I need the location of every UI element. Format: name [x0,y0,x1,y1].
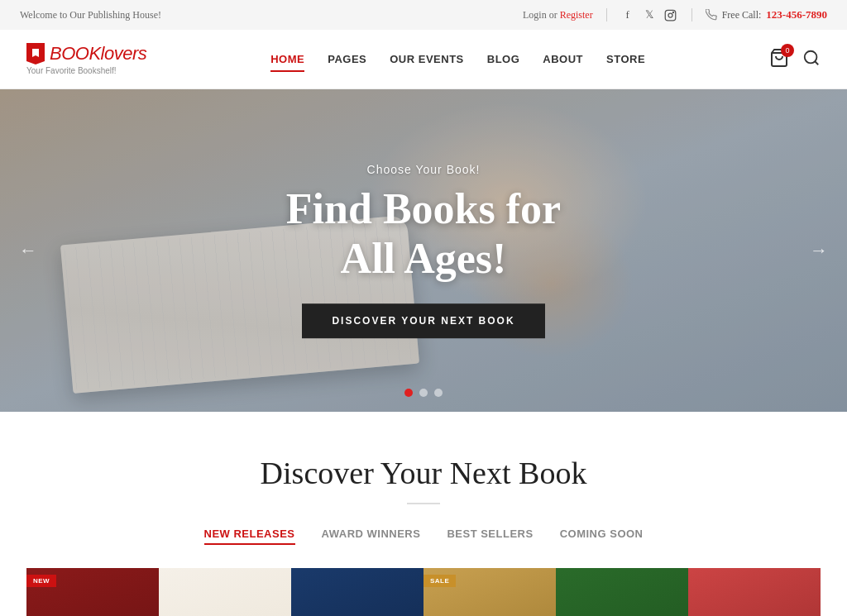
phone-number[interactable]: 123-456-7890 [766,8,827,21]
book-cover-3: IT'S JUST A BOOK TEMPLATE ALLAN The READ… [291,568,424,616]
hero-next-arrow[interactable]: → [804,236,834,265]
nav-events[interactable]: OUR EVENTS [390,50,464,69]
nav-home[interactable]: HOME [270,50,304,69]
book-tag: SALE [424,575,456,587]
hero-section: Choose Your Book! Find Books forAll Ages… [0,89,847,412]
tab-best-sellers[interactable]: BEST SELLERS [447,528,533,545]
svg-point-2 [672,12,673,12]
nav-about[interactable]: ABOUT [543,50,583,69]
nav-pages[interactable]: PAGES [328,50,366,69]
cart-badge: 0 [781,44,794,57]
book-card-5[interactable]: IT'S JUST A BOOK TEMPLATE FLIRT READ BOO… [556,568,688,616]
section-divider [407,503,440,504]
book-tag: NEW [26,575,56,587]
welcome-text: Welcome to Our Publishing House! [20,9,161,21]
book-card-1[interactable]: CANDY CARSON BOLD A NEW YORK TIMES BESTS… [26,568,159,616]
section-title: Discover Your Next Book [0,455,847,491]
tab-new-releases[interactable]: NEW RELEASES [204,528,295,545]
book-cover-2: NEW YORK TIMES Julia BESTSELLER [159,568,291,616]
hero-title: Find Books forAll Ages! [217,184,630,284]
top-bar: Welcome to Our Publishing House! Login o… [0,0,847,30]
book-card-2[interactable]: NEW YORK TIMES Julia BESTSELLER [159,568,291,616]
logo-tagline: Your Favorite Bookshelf! [26,66,117,75]
discover-section: Discover Your Next Book NEW RELEASES AWA… [0,412,847,616]
nav-blog[interactable]: BLOG [487,50,520,69]
hero-prev-arrow[interactable]: ← [13,236,43,265]
logo-text: BOOKlovers [50,43,146,64]
books-grid: CANDY CARSON BOLD A NEW YORK TIMES BESTS… [0,568,847,616]
hero-dot-3[interactable] [434,389,443,397]
svg-point-4 [805,50,817,63]
book-cover-6: FLIRT [688,568,821,616]
svg-point-1 [668,13,672,17]
hero-content: Choose Your Book! Find Books forAll Ages… [217,163,630,338]
search-icon [802,49,821,67]
twitter-icon[interactable]: 𝕏 [642,7,657,22]
search-button[interactable] [802,49,821,70]
instagram-icon[interactable] [663,7,678,22]
book-card-4[interactable]: IT'S JUST A BOOK TEMPLATE THE BEST BOOK … [424,568,556,616]
tab-coming-soon[interactable]: COMING SOON [560,528,644,545]
header-actions: 0 [769,48,821,71]
book-tabs: NEW RELEASES AWARD WINNERS BEST SELLERS … [0,528,847,545]
phone-icon [706,9,717,21]
divider [606,8,607,21]
hero-dot-1[interactable] [404,389,413,397]
header: BOOKlovers Your Favorite Bookshelf! HOME… [0,30,847,89]
auth-links: Login or Register [523,9,593,21]
main-nav: HOME PAGES OUR EVENTS BLOG ABOUT STORE [270,50,645,69]
cart-button[interactable]: 0 [769,48,789,71]
hero-subtitle: Choose Your Book! [217,163,630,176]
hero-dot-2[interactable] [419,389,428,397]
book-card-6[interactable]: FLIRT [688,568,821,616]
svg-rect-0 [665,10,676,21]
logo[interactable]: BOOKlovers Your Favorite Bookshelf! [26,43,146,75]
tab-award-winners[interactable]: AWARD WINNERS [322,528,421,545]
free-call-label: Free Call: [722,9,762,21]
hero-dots [404,389,443,397]
or-text: or [549,9,560,21]
nav-store[interactable]: STORE [606,50,645,69]
logo-book: BOOK [50,43,101,64]
book-card-3[interactable]: IT'S JUST A BOOK TEMPLATE ALLAN The READ… [291,568,424,616]
divider2 [691,8,692,21]
phone-info: Free Call: 123-456-7890 [706,8,827,21]
logo-lovers: lovers [101,43,147,64]
book-cover-5: IT'S JUST A BOOK TEMPLATE FLIRT READ BOO… [556,568,688,616]
social-links: f 𝕏 [620,7,678,22]
login-link[interactable]: Login [523,9,547,21]
top-bar-right: Login or Register f 𝕏 Free Call: 123-456… [523,7,827,22]
register-link[interactable]: Register [560,9,593,21]
facebook-icon[interactable]: f [620,7,635,22]
hero-cta-button[interactable]: DISCOVER YOUR NEXT BOOK [302,303,544,338]
logo-icon [26,43,45,64]
